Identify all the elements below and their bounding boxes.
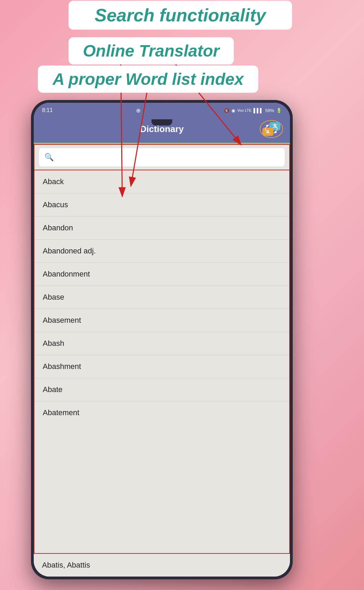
phone-mockup: 8:11 ⊕ 🔇 ◉ Voo LTE ▌▌▌ 59% 🔋 Dictionary … (31, 100, 293, 579)
annotation-search: Search functionality (69, 1, 292, 30)
translate-arrows (262, 122, 280, 136)
list-item[interactable]: Abandon (34, 217, 289, 240)
list-item[interactable]: Abase (34, 286, 289, 309)
list-item[interactable]: Aback (34, 170, 289, 193)
battery-icon: 🔋 (276, 108, 282, 113)
search-input[interactable]: 🔍 (39, 148, 285, 167)
list-item[interactable]: Abate (34, 378, 289, 401)
list-item-partial[interactable]: Abatis, Abattis (34, 554, 290, 577)
phone-notch (152, 119, 172, 126)
wifi-icon: ◉ (231, 108, 235, 113)
list-item[interactable]: Abatement (34, 401, 289, 424)
status-time: 8:11 (42, 107, 53, 113)
status-bar: 8:11 ⊕ 🔇 ◉ Voo LTE ▌▌▌ 59% 🔋 (34, 103, 290, 117)
battery-level: 59% (265, 108, 274, 113)
list-item[interactable]: Abash (34, 332, 289, 355)
whatsapp-icon: ⊕ (136, 107, 141, 114)
list-item[interactable]: Abashment (34, 355, 289, 378)
search-container: 🔍 (34, 144, 290, 170)
list-item[interactable]: Abandoned adj. (34, 240, 289, 263)
mute-icon: 🔇 (224, 108, 229, 113)
status-icons: 🔇 ◉ Voo LTE ▌▌▌ 59% 🔋 (224, 108, 282, 113)
list-item[interactable]: Abacus (34, 193, 289, 217)
translate-button-inner: 文 A (262, 122, 280, 136)
phone-screen: 8:11 ⊕ 🔇 ◉ Voo LTE ▌▌▌ 59% 🔋 Dictionary … (34, 103, 290, 577)
search-icon: 🔍 (44, 153, 54, 162)
translate-button[interactable]: 文 A (260, 120, 283, 138)
annotation-translator: Online Translator (69, 37, 234, 64)
signal-icon: ▌▌▌ (253, 108, 263, 113)
annotation-wordlist: A proper Word list index (38, 66, 258, 93)
list-item[interactable]: Abasement (34, 309, 289, 332)
network-label: Voo LTE (237, 108, 251, 112)
list-item[interactable]: Abandonment (34, 263, 289, 286)
word-list[interactable]: Aback Abacus Abandon Abandoned adj. Aban… (34, 170, 290, 554)
